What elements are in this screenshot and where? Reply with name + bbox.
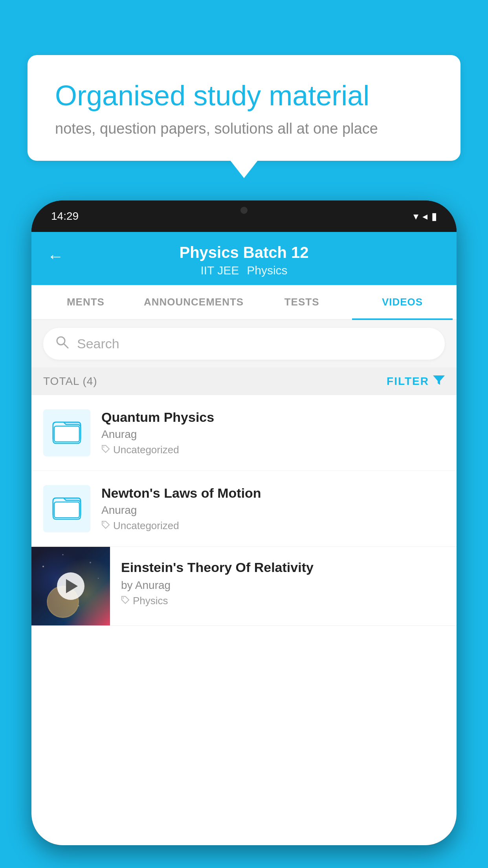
video-title: Newton's Laws of Motion [101, 485, 445, 501]
camera-dot [240, 207, 248, 214]
subtitle-physics: Physics [247, 264, 287, 277]
tab-tests[interactable]: TESTS [251, 285, 352, 319]
search-icon [55, 335, 69, 353]
tag-icon [101, 520, 110, 532]
list-item[interactable]: Newton's Laws of Motion Anurag Uncategor… [31, 471, 457, 547]
back-button[interactable]: ← [47, 247, 64, 266]
status-time: 14:29 [51, 210, 79, 223]
phone-screen: ← Physics Batch 12 IIT JEE Physics MENTS… [31, 232, 457, 845]
video-item-info: Newton's Laws of Motion Anurag Uncategor… [101, 485, 445, 532]
video-tag: Physics [121, 595, 445, 607]
header-title: Physics Batch 12 [179, 244, 308, 261]
video-tag: Uncategorized [101, 444, 445, 456]
svg-point-8 [103, 522, 105, 524]
battery-icon: ▮ [431, 210, 437, 223]
tab-bar: MENTS ANNOUNCEMENTS TESTS VIDEOS [31, 285, 457, 320]
filter-button[interactable]: FILTER [387, 374, 445, 389]
status-icons: ▾ ◂ ▮ [413, 210, 437, 223]
wifi-icon: ▾ [413, 210, 418, 223]
app-header: ← Physics Batch 12 IIT JEE Physics [31, 232, 457, 285]
phone-frame: 14:29 ▾ ◂ ▮ ← Physics Batch 12 IIT JEE P… [31, 200, 457, 845]
tag-label: Physics [133, 595, 168, 607]
video-list: Quantum Physics Anurag Uncategorized [31, 395, 457, 626]
search-bar[interactable]: Search [43, 328, 445, 360]
filter-label: FILTER [387, 375, 429, 388]
status-bar: 14:29 ▾ ◂ ▮ [31, 200, 457, 232]
video-tag: Uncategorized [101, 520, 445, 532]
tag-label: Uncategorized [113, 444, 179, 456]
video-title: Quantum Physics [101, 410, 445, 425]
video-title: Einstein's Theory Of Relativity [121, 559, 445, 576]
video-author: Anurag [101, 428, 445, 441]
search-input-placeholder[interactable]: Search [77, 336, 119, 351]
search-bar-container: Search [31, 320, 457, 368]
video-author: by Anurag [121, 579, 445, 592]
filter-row: TOTAL (4) FILTER [31, 368, 457, 395]
list-item[interactable]: Einstein's Theory Of Relativity by Anura… [31, 547, 457, 626]
filter-icon [433, 374, 445, 389]
svg-point-10 [62, 554, 64, 555]
total-count: TOTAL (4) [43, 375, 97, 388]
video-thumbnail [43, 485, 90, 532]
play-triangle-icon [66, 579, 78, 593]
tag-icon [121, 595, 130, 607]
svg-line-1 [64, 344, 68, 348]
svg-point-9 [42, 566, 44, 567]
tab-announcements[interactable]: ANNOUNCEMENTS [136, 285, 251, 319]
signal-icon: ◂ [422, 210, 427, 223]
video-thumbnail [43, 409, 90, 456]
folder-icon [51, 489, 83, 528]
tab-ments[interactable]: MENTS [35, 285, 136, 319]
video-item-info: Quantum Physics Anurag Uncategorized [101, 410, 445, 456]
play-button[interactable] [57, 572, 84, 600]
subtext: notes, question papers, solutions all at… [55, 120, 433, 137]
subtitle-iitjee: IIT JEE [200, 264, 239, 277]
notch [224, 200, 264, 220]
svg-point-5 [103, 447, 105, 448]
svg-point-12 [98, 578, 99, 579]
svg-marker-2 [433, 375, 445, 385]
svg-rect-4 [54, 426, 79, 442]
header-subtitle: IIT JEE Physics [200, 264, 287, 277]
einstein-info: Einstein's Theory Of Relativity by Anura… [110, 547, 457, 619]
video-author: Anurag [101, 504, 445, 517]
tag-label: Uncategorized [113, 520, 179, 532]
svg-rect-7 [54, 502, 79, 518]
speech-bubble: Organised study material notes, question… [28, 55, 460, 161]
folder-icon [51, 414, 83, 452]
einstein-thumbnail [31, 547, 110, 625]
svg-point-16 [123, 598, 124, 599]
svg-point-11 [90, 562, 91, 563]
tag-icon [101, 444, 110, 456]
list-item[interactable]: Quantum Physics Anurag Uncategorized [31, 395, 457, 471]
speech-bubble-container: Organised study material notes, question… [28, 55, 460, 161]
headline: Organised study material [55, 79, 433, 112]
tab-videos[interactable]: VIDEOS [352, 285, 453, 319]
